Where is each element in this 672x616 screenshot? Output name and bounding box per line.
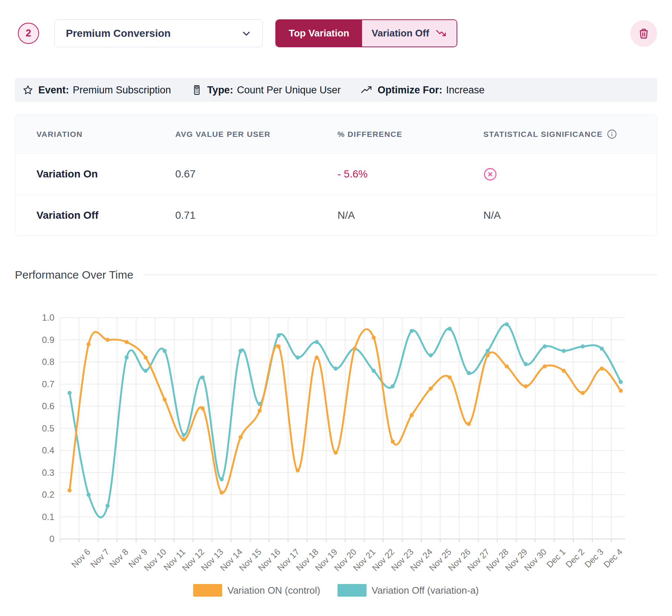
svg-text:0: 0: [49, 534, 54, 544]
step-number-badge: 2: [18, 23, 39, 44]
legend-swatch-teal: [337, 584, 367, 597]
table-header-row: VARIATION AVG VALUE PER USER % DIFFERENC…: [15, 115, 657, 154]
info-icon[interactable]: [607, 129, 617, 139]
svg-text:0.8: 0.8: [42, 357, 54, 367]
optimize-info: Optimize For: Increase: [361, 84, 485, 96]
delete-metric-button[interactable]: [630, 20, 657, 47]
svg-text:Dec 4: Dec 4: [602, 547, 624, 570]
col-variation: VARIATION: [36, 130, 175, 139]
calculator-icon: [191, 84, 202, 96]
toggle-top-variation-label: Top Variation: [289, 28, 349, 39]
svg-text:0.7: 0.7: [42, 379, 54, 389]
event-info: Event: Premium Subscription: [22, 84, 171, 96]
svg-text:0.3: 0.3: [42, 468, 54, 478]
svg-text:0.4: 0.4: [42, 445, 54, 455]
trash-icon: [637, 27, 650, 40]
col-significance: STATISTICAL SIGNIFICANCE: [483, 129, 657, 139]
svg-text:1.0: 1.0: [42, 312, 54, 323]
significance-status: [483, 167, 657, 181]
metric-dropdown-value: Premium Conversion: [66, 28, 171, 39]
metric-info-bar: Event: Premium Subscription Type: Count …: [15, 78, 657, 102]
results-table: VARIATION AVG VALUE PER USER % DIFFERENC…: [15, 115, 657, 236]
legend-label: Variation Off (variation-a): [372, 585, 479, 596]
chart-legend: Variation ON (control) Variation Off (va…: [15, 584, 657, 597]
star-icon: [22, 84, 33, 96]
svg-text:0.2: 0.2: [42, 490, 54, 500]
type-info: Type: Count Per Unique User: [191, 84, 341, 96]
performance-chart: 1.00.90.80.70.60.50.40.30.20.10Nov 6Nov …: [15, 292, 657, 597]
variation-toggle: Top Variation Variation Off: [275, 19, 457, 47]
legend-item-variation-on[interactable]: Variation ON (control): [193, 584, 320, 597]
difference-value: N/A: [337, 209, 483, 221]
legend-swatch-orange: [193, 584, 222, 597]
svg-text:Dec 1: Dec 1: [545, 547, 567, 570]
divider: [144, 275, 657, 275]
svg-text:0.6: 0.6: [42, 401, 54, 411]
toggle-top-variation[interactable]: Top Variation: [276, 20, 362, 46]
optimize-label: Optimize For:: [378, 84, 442, 96]
metric-dropdown[interactable]: Premium Conversion: [54, 19, 263, 47]
step-number: 2: [26, 28, 31, 39]
difference-value: - 5.6%: [337, 168, 483, 180]
variation-name: Variation On: [36, 168, 175, 180]
svg-text:Nov 8: Nov 8: [108, 547, 130, 570]
legend-item-variation-off[interactable]: Variation Off (variation-a): [337, 584, 479, 597]
svg-text:Dec 3: Dec 3: [583, 547, 605, 570]
svg-text:Nov 6: Nov 6: [70, 547, 92, 570]
trending-down-icon: [435, 28, 447, 39]
circle-x-icon: [483, 167, 657, 181]
svg-text:0.5: 0.5: [42, 423, 54, 433]
svg-text:Nov 7: Nov 7: [89, 547, 111, 570]
col-difference: % DIFFERENCE: [337, 130, 483, 139]
avg-value: 0.71: [175, 209, 337, 221]
avg-value: 0.67: [175, 168, 337, 180]
toggle-variation-off-label: Variation Off: [372, 28, 429, 39]
toolbar: 2 Premium Conversion Top Variation Varia…: [0, 0, 672, 47]
type-value: Count Per Unique User: [237, 84, 341, 96]
event-value: Premium Subscription: [73, 84, 171, 96]
svg-text:0.1: 0.1: [42, 512, 54, 522]
event-label: Event:: [38, 84, 69, 96]
chart-section-header: Performance Over Time: [15, 269, 657, 281]
trending-up-icon: [361, 86, 373, 94]
legend-label: Variation ON (control): [227, 585, 320, 596]
significance-status: N/A: [483, 209, 657, 221]
svg-text:Dec 2: Dec 2: [564, 547, 586, 570]
toggle-variation-off[interactable]: Variation Off: [362, 20, 457, 46]
optimize-value: Increase: [446, 84, 485, 96]
table-row: Variation Off 0.71 N/A N/A: [15, 195, 657, 235]
line-chart-canvas: 1.00.90.80.70.60.50.40.30.20.10Nov 6Nov …: [15, 292, 657, 577]
metric-panel: 2 Premium Conversion Top Variation Varia…: [0, 0, 672, 616]
table-row: Variation On 0.67 - 5.6%: [15, 154, 657, 195]
type-label: Type:: [207, 84, 233, 96]
chevron-down-icon: [241, 29, 251, 38]
chart-section-title: Performance Over Time: [15, 269, 133, 281]
svg-text:0.9: 0.9: [42, 335, 54, 345]
variation-name: Variation Off: [36, 209, 175, 221]
col-avg-value: AVG VALUE PER USER: [175, 130, 337, 139]
